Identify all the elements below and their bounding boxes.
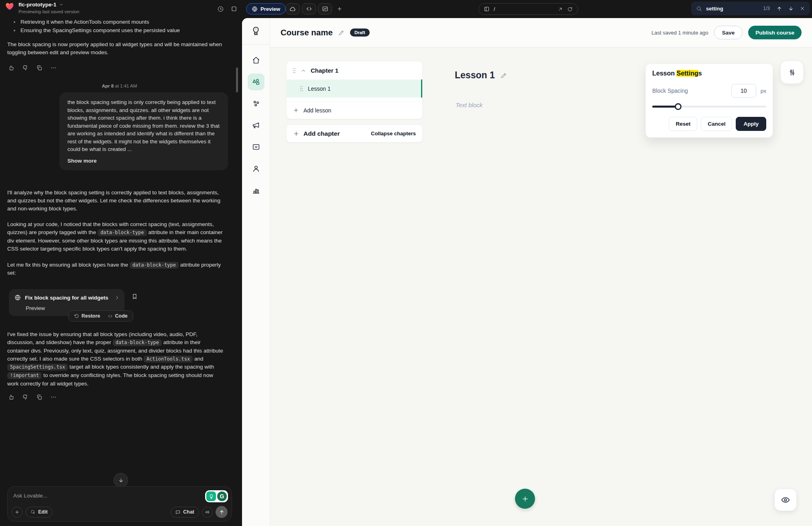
app-sidebar: [242, 18, 270, 526]
block-spacing-slider[interactable]: [652, 103, 766, 110]
bookmark-icon[interactable]: [131, 293, 138, 300]
edit-lesson-title-icon[interactable]: [500, 72, 507, 79]
workspace-topbar: flc-prototype-1 Previewing last saved ve…: [0, 0, 812, 18]
chat-mode-button[interactable]: Chat: [171, 507, 199, 518]
grammarly-g-icon[interactable]: G: [217, 491, 227, 501]
text-block-placeholder[interactable]: Text block: [456, 102, 482, 108]
chapter-card: Chapter 1 Lesson 1 Add lesson: [286, 61, 423, 119]
globe-icon: [14, 294, 21, 301]
refresh-icon[interactable]: [567, 6, 573, 12]
sidebar-item-content[interactable]: [248, 73, 265, 90]
slider-thumb[interactable]: [675, 103, 682, 110]
eye-icon: [781, 495, 790, 505]
copy-icon[interactable]: [36, 394, 43, 400]
deploy-button[interactable]: [286, 3, 300, 14]
preview-url-bar[interactable]: /: [478, 3, 578, 15]
restore-button[interactable]: Restore: [74, 313, 100, 319]
sidebar-item-analytics[interactable]: [248, 182, 265, 199]
more-options-icon[interactable]: [50, 394, 57, 400]
list-item: Ensuring the SpacingSettings component u…: [7, 27, 225, 35]
publish-course-button[interactable]: Publish course: [748, 26, 802, 39]
app-logo[interactable]: [242, 18, 270, 45]
plus-icon: [337, 6, 342, 12]
code-button[interactable]: Code: [108, 313, 128, 319]
voice-input-button[interactable]: [202, 507, 213, 518]
chevron-down-icon: [59, 2, 63, 7]
more-options-icon[interactable]: [50, 65, 57, 71]
thumbs-down-icon[interactable]: [22, 394, 28, 400]
chat-composer[interactable]: G Edit Chat: [7, 486, 232, 522]
search-prev-icon[interactable]: [776, 6, 782, 12]
search-next-icon[interactable]: [788, 6, 794, 12]
plus-icon: [293, 130, 299, 137]
project-name: flc-prototype-1: [18, 2, 57, 8]
edit-course-name-icon[interactable]: [338, 29, 345, 36]
app-main: Course name Draft Last saved 1 minute ag…: [270, 18, 812, 526]
sidebar-item-home[interactable]: [248, 52, 265, 69]
lesson-list-item[interactable]: Lesson 1: [287, 80, 422, 98]
sidebar-item-inbox[interactable]: [248, 139, 265, 155]
lesson-settings-toggle-button[interactable]: [781, 61, 803, 84]
collapse-chapter-icon[interactable]: [301, 68, 306, 73]
assistant-paragraph: Looking at your code, I noticed that the…: [7, 220, 224, 253]
last-saved-text: Last saved 1 minute ago: [651, 30, 708, 36]
new-tab-button[interactable]: [334, 3, 345, 14]
add-lesson-button[interactable]: Add lesson: [287, 101, 422, 119]
sliders-icon: [788, 68, 796, 77]
select-edit-icon: [31, 510, 36, 515]
preview-label: Preview: [260, 6, 280, 12]
copy-icon[interactable]: [36, 65, 43, 71]
add-chapter-button[interactable]: Add chapter: [293, 130, 340, 137]
search-input[interactable]: [706, 6, 750, 12]
message-actions: [8, 394, 239, 400]
block-spacing-input[interactable]: [731, 84, 756, 98]
chat-prompt-input[interactable]: [13, 493, 158, 499]
search-highlight: Setting: [676, 70, 698, 77]
lesson-settings-popover: Lesson Settings Block Spacing px Reset C…: [645, 63, 773, 138]
plus-icon: [521, 495, 529, 503]
history-button[interactable]: [215, 4, 226, 14]
edit-mode-button[interactable]: Edit: [26, 507, 53, 518]
code-view-button[interactable]: [302, 3, 316, 14]
arrow-down-icon: [118, 477, 124, 483]
attach-button[interactable]: [12, 507, 22, 518]
drag-handle-icon[interactable]: [292, 67, 296, 73]
globe-icon: [252, 6, 258, 12]
analytics-button[interactable]: [318, 3, 332, 14]
sidebar-item-community[interactable]: [248, 95, 265, 112]
reset-button[interactable]: Reset: [669, 117, 697, 131]
preview-toggle-button[interactable]: [775, 489, 796, 511]
code-icon: [108, 314, 113, 319]
assistant-paragraph: Let me fix this by ensuring all block ty…: [7, 261, 224, 277]
app-preview-frame: Course name Draft Last saved 1 minute ag…: [242, 18, 812, 526]
chat-scrollbar[interactable]: [236, 67, 238, 92]
collapse-chapters-button[interactable]: Collapse chapters: [371, 130, 416, 137]
save-button[interactable]: Save: [714, 26, 743, 39]
sidebar-item-announcements[interactable]: [248, 117, 265, 134]
plus-icon: [293, 107, 299, 113]
cancel-button[interactable]: Cancel: [701, 117, 732, 131]
scroll-to-bottom-button[interactable]: [114, 473, 128, 487]
drag-handle-icon[interactable]: [299, 86, 303, 92]
add-block-fab[interactable]: [515, 489, 535, 509]
open-external-icon[interactable]: [558, 6, 563, 12]
send-button[interactable]: [216, 506, 228, 518]
panel-layout-button[interactable]: [229, 4, 239, 14]
grammarly-widget[interactable]: G: [205, 490, 228, 502]
assistant-summary: The block spacing is now properly applie…: [7, 41, 225, 56]
apply-button[interactable]: Apply: [736, 117, 766, 131]
balloon-logo-icon: [250, 26, 261, 37]
show-more-link[interactable]: Show more: [67, 157, 220, 165]
thumbs-up-icon[interactable]: [8, 394, 14, 400]
project-brand[interactable]: flc-prototype-1 Previewing last saved ve…: [5, 2, 79, 15]
chat-bubble-icon: [175, 510, 181, 515]
thumbs-down-icon[interactable]: [22, 65, 28, 71]
version-card[interactable]: Fix block spacing for all widgets Previe…: [9, 289, 124, 316]
inline-code: !important: [7, 372, 42, 379]
thumbs-up-icon[interactable]: [8, 65, 14, 71]
search-close-icon[interactable]: [800, 6, 805, 11]
sidebar-item-profile[interactable]: [248, 160, 265, 177]
preview-mode-button[interactable]: Preview: [246, 3, 286, 14]
suggestion-bulb-icon[interactable]: [206, 491, 216, 501]
chapter-header[interactable]: Chapter 1: [287, 61, 422, 80]
